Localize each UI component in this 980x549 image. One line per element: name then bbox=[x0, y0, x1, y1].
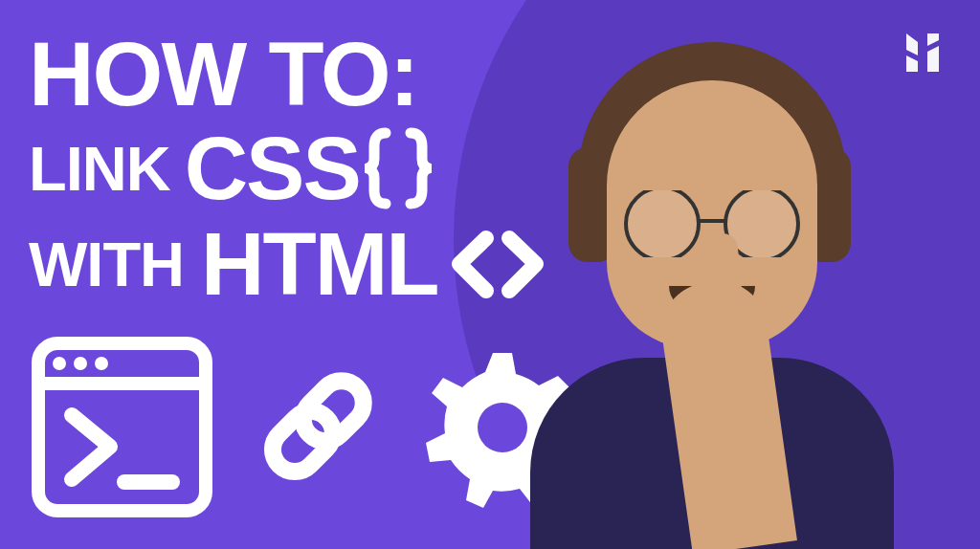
svg-point-9 bbox=[626, 190, 699, 257]
title-line-1: HOW TO: bbox=[29, 29, 546, 120]
title-line-2: LINK CSS bbox=[29, 124, 546, 212]
video-thumbnail: HOW TO: LINK CSS WITH HTML bbox=[0, 0, 980, 549]
curly-braces-icon bbox=[365, 125, 432, 211]
chain-link-icon bbox=[244, 353, 392, 501]
title-line-3-big: HTML bbox=[201, 220, 437, 308]
title-line-2-big: CSS bbox=[185, 124, 360, 212]
title-text-block: HOW TO: LINK CSS WITH HTML bbox=[29, 29, 546, 308]
svg-rect-7 bbox=[294, 372, 372, 450]
svg-point-4 bbox=[95, 357, 108, 370]
svg-point-2 bbox=[53, 357, 66, 370]
presenter-person bbox=[482, 33, 942, 549]
title-line-3: WITH HTML bbox=[29, 220, 546, 308]
title-line-3-small: WITH bbox=[29, 233, 184, 296]
title-line-2-small: LINK bbox=[29, 138, 170, 200]
terminal-window-icon bbox=[29, 334, 215, 520]
svg-point-3 bbox=[74, 357, 87, 370]
